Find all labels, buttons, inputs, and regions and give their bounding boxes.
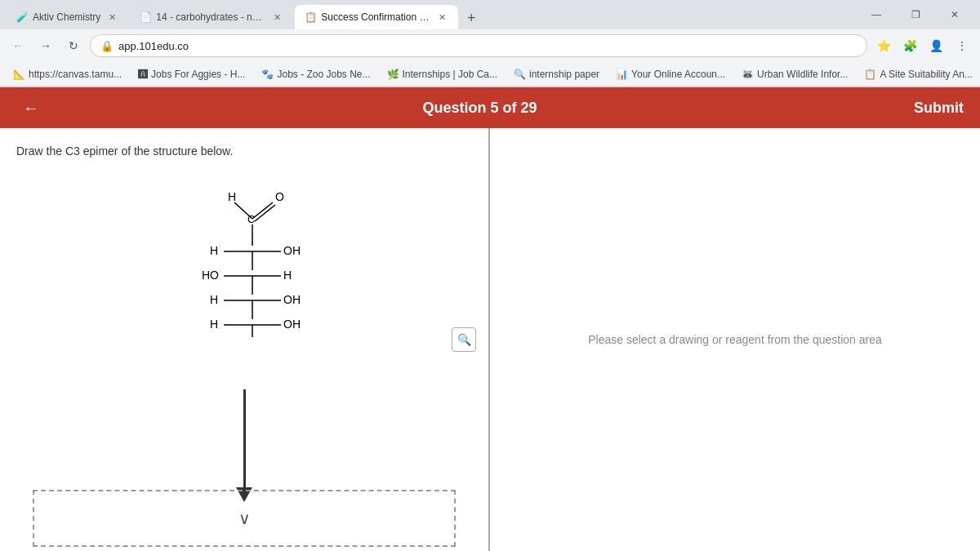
- magnifier-button[interactable]: 🔍: [452, 327, 476, 352]
- svg-text:H: H: [283, 269, 292, 282]
- tab-favicon-3: 📋: [305, 11, 316, 23]
- tab-title-2: 14 - carbohydrates - notes.pdf: 2: [156, 11, 265, 23]
- svg-line-2: [252, 202, 273, 219]
- tab-favicon-2: 📄: [140, 11, 151, 23]
- question-prompt: Draw the C3 epimer of the structure belo…: [16, 144, 472, 158]
- page-content: ← Question 5 of 29 Submit Draw the C3 ep…: [0, 87, 980, 551]
- bookmark-site-icon: 📋: [864, 69, 876, 80]
- down-arrow: [236, 389, 252, 502]
- url-text: app.101edu.co: [118, 40, 857, 52]
- url-bar[interactable]: 🔒 app.101edu.co: [90, 34, 867, 57]
- submit-button[interactable]: Submit: [914, 100, 964, 117]
- refresh-button[interactable]: ↻: [62, 34, 85, 57]
- bookmark-online-account[interactable]: 📊 Your Online Accoun...: [609, 67, 732, 82]
- answer-dashed-box[interactable]: ∨: [33, 490, 456, 547]
- svg-text:H: H: [210, 318, 218, 331]
- svg-text:OH: OH: [283, 318, 301, 331]
- close-window-button[interactable]: ✕: [936, 0, 973, 29]
- address-bar: ← → ↻ 🔒 app.101edu.co ⭐ 🧩 👤 ⋮: [0, 29, 980, 62]
- window-controls: — ❐ ✕: [858, 0, 973, 29]
- svg-text:OH: OH: [283, 293, 301, 306]
- question-area: Draw the C3 epimer of the structure belo…: [0, 128, 980, 551]
- bookmark-internships-label: Internships | Job Ca...: [403, 69, 498, 80]
- left-panel: Draw the C3 epimer of the structure belo…: [0, 128, 490, 551]
- bookmark-wildlife-label: Urban Wildlife Infor...: [757, 69, 848, 80]
- arrow-line: [243, 389, 246, 487]
- right-placeholder-text: Please select a drawing or reagent from …: [588, 333, 882, 346]
- bookmark-urban-wildlife[interactable]: 🦝 Urban Wildlife Infor...: [735, 67, 854, 82]
- svg-text:C: C: [247, 213, 255, 225]
- bookmark-account-label: Your Online Accoun...: [631, 69, 725, 80]
- bookmark-wildlife-icon: 🦝: [742, 69, 754, 80]
- minimize-button[interactable]: —: [858, 0, 895, 29]
- bookmark-star-icon[interactable]: ⭐: [872, 34, 895, 57]
- bookmark-canvas-label: https://canvas.tamu...: [29, 69, 122, 80]
- svg-text:HO: HO: [202, 269, 219, 282]
- bookmark-zoo-jobs[interactable]: 🐾 Jobs - Zoo Jobs Ne...: [255, 67, 376, 82]
- bookmark-paper-icon: 🔍: [514, 69, 526, 80]
- bookmark-site-suitability[interactable]: 📋 A Site Suitability An...: [858, 67, 978, 82]
- bookmark-aggies-icon: 🅰: [138, 69, 148, 80]
- right-panel: Please select a drawing or reagent from …: [490, 128, 980, 551]
- address-actions: ⭐ 🧩 👤 ⋮: [872, 34, 973, 57]
- tab-carbohydrates[interactable]: 📄 14 - carbohydrates - notes.pdf: 2 ✕: [130, 5, 293, 29]
- tab-success-confirmation[interactable]: 📋 Success Confirmation of Questio ✕: [295, 5, 458, 29]
- forward-button[interactable]: →: [34, 34, 57, 57]
- bookmark-internships[interactable]: 🌿 Internships | Job Ca...: [381, 67, 505, 82]
- bookmark-jobs-aggies[interactable]: 🅰 Jobs For Aggies - H...: [131, 67, 252, 82]
- page-header: ← Question 5 of 29 Submit: [0, 87, 980, 128]
- back-button[interactable]: ←: [7, 34, 29, 57]
- dashed-box-chevron: ∨: [238, 509, 251, 528]
- bookmark-internships-icon: 🌿: [387, 69, 399, 80]
- profile-icon[interactable]: 👤: [924, 34, 947, 57]
- svg-text:H: H: [228, 190, 236, 203]
- browser-chrome: 🧪 Aktiv Chemistry ✕ 📄 14 - carbohydrates…: [0, 0, 980, 87]
- bookmark-zoo-label: Jobs - Zoo Jobs Ne...: [277, 69, 370, 80]
- bookmark-canvas-icon: 📐: [13, 69, 25, 80]
- svg-text:H: H: [210, 244, 218, 257]
- lock-icon: 🔒: [100, 40, 114, 52]
- bookmark-zoo-icon: 🐾: [261, 69, 274, 80]
- svg-text:OH: OH: [283, 244, 301, 257]
- back-arrow-button[interactable]: ←: [16, 96, 46, 121]
- tab-title-3: Success Confirmation of Questio: [321, 11, 430, 23]
- tab-aktiv-chemistry[interactable]: 🧪 Aktiv Chemistry ✕: [7, 5, 128, 29]
- question-title: Question 5 of 29: [46, 100, 914, 117]
- tab-bar: 🧪 Aktiv Chemistry ✕ 📄 14 - carbohydrates…: [0, 0, 980, 29]
- tab-favicon-1: 🧪: [16, 11, 28, 23]
- bookmark-aggies-label: Jobs For Aggies - H...: [151, 69, 245, 80]
- bookmark-site-label: A Site Suitability An...: [880, 69, 972, 80]
- menu-icon[interactable]: ⋮: [951, 34, 973, 57]
- maximize-button[interactable]: ❐: [897, 0, 934, 29]
- new-tab-button[interactable]: +: [460, 7, 483, 29]
- structure-svg: H O C H OH: [163, 174, 342, 337]
- svg-text:O: O: [275, 190, 284, 203]
- tab-close-2[interactable]: ✕: [270, 11, 283, 24]
- chemical-structure: H O C H OH: [163, 174, 326, 337]
- tab-title-1: Aktiv Chemistry: [33, 11, 100, 23]
- bookmarks-bar: 📐 https://canvas.tamu... 🅰 Jobs For Aggi…: [0, 62, 980, 87]
- svg-line-3: [255, 205, 275, 221]
- bookmark-canvas[interactable]: 📐 https://canvas.tamu...: [7, 67, 128, 82]
- tab-close-3[interactable]: ✕: [435, 11, 448, 24]
- bookmark-internship-paper[interactable]: 🔍 internship paper: [507, 67, 606, 82]
- svg-text:H: H: [210, 293, 218, 306]
- extensions-icon[interactable]: 🧩: [898, 34, 921, 57]
- bookmark-paper-label: internship paper: [529, 69, 599, 80]
- bookmark-account-icon: 📊: [616, 69, 628, 80]
- tab-close-1[interactable]: ✕: [105, 11, 118, 24]
